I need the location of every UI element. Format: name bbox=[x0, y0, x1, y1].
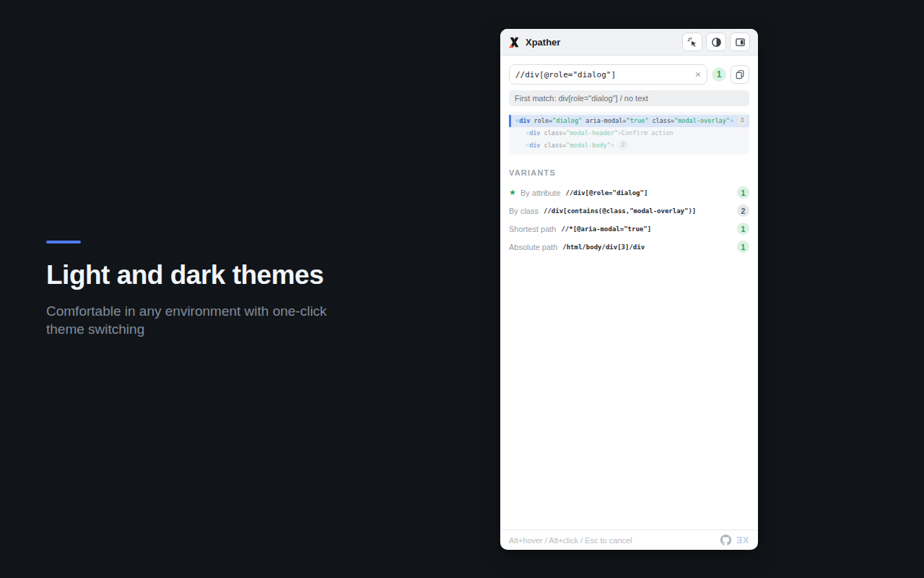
node-count-badge: 2 bbox=[618, 140, 628, 150]
panel-layout-icon bbox=[735, 37, 746, 48]
code-line[interactable]: <div class="modal-body">2 bbox=[509, 139, 749, 152]
xpath-input[interactable] bbox=[515, 70, 692, 79]
variant-row[interactable]: By class//div[contains(@class,"modal-ove… bbox=[509, 202, 749, 220]
empty-space bbox=[509, 256, 749, 521]
footer-hint: Alt+hover / Alt+click / Esc to cancel bbox=[509, 536, 632, 545]
variant-label: By attribute bbox=[520, 189, 561, 197]
xpath-input-wrap: × bbox=[509, 64, 707, 85]
variant-label: Shortest path bbox=[509, 225, 556, 233]
xpather-logo-icon bbox=[508, 36, 520, 48]
variant-xpath: /html/body/div[3]/div bbox=[562, 243, 645, 251]
footer-right: ƎX bbox=[720, 535, 749, 545]
logo-wrap: Xpather bbox=[508, 36, 560, 48]
variant-row[interactable]: Absolute path/html/body/div[3]/div1 bbox=[509, 238, 749, 256]
clear-input-button[interactable]: × bbox=[692, 69, 701, 79]
panel-header: Xpather bbox=[500, 29, 758, 56]
dock-panel-button[interactable] bbox=[730, 33, 750, 51]
node-count-badge: 3 bbox=[737, 116, 747, 126]
code-line[interactable]: <div class="modal-header">Confirm action bbox=[509, 127, 749, 139]
xpather-panel: Xpather bbox=[500, 29, 758, 550]
variant-xpath: //*[@aria-modal="true"] bbox=[561, 225, 651, 233]
variants-list: ★By attribute//div[@role="dialog"]1By cl… bbox=[509, 184, 749, 256]
variant-xpath: //div[contains(@class,"modal-overlay")] bbox=[544, 207, 696, 215]
header-buttons bbox=[682, 33, 750, 51]
page-subtitle: Comfortable in any environment with one-… bbox=[46, 302, 335, 338]
variant-label: By class bbox=[509, 207, 539, 215]
match-count-badge: 1 bbox=[712, 67, 726, 82]
panel-footer: Alt+hover / Alt+click / Esc to cancel ƎX bbox=[500, 530, 758, 550]
variants-title: VARIANTS bbox=[509, 168, 749, 177]
panel-body: × 1 First match: div[role="dialog"] / no… bbox=[500, 56, 758, 530]
variant-count-badge: 1 bbox=[737, 241, 749, 253]
contrast-icon bbox=[711, 37, 722, 48]
star-icon: ★ bbox=[509, 189, 516, 197]
variant-count-badge: 2 bbox=[737, 204, 749, 217]
search-row: × 1 bbox=[509, 64, 749, 85]
variant-label: Absolute path bbox=[509, 243, 557, 251]
xpather-footer-logo[interactable]: ƎX bbox=[736, 535, 749, 545]
hero-section: Light and dark themes Comfortable in any… bbox=[46, 241, 335, 338]
github-icon[interactable] bbox=[720, 535, 731, 545]
copy-icon bbox=[735, 69, 745, 79]
code-preview: <div role="dialog" aria-modal="true" cla… bbox=[509, 112, 749, 155]
variant-xpath: //div[@role="dialog"] bbox=[566, 189, 648, 197]
copy-xpath-button[interactable] bbox=[731, 65, 749, 84]
theme-toggle-button[interactable] bbox=[706, 33, 726, 51]
variant-count-badge: 1 bbox=[737, 186, 749, 199]
variant-row[interactable]: ★By attribute//div[@role="dialog"]1 bbox=[509, 184, 749, 202]
first-match-bar: First match: div[role="dialog"] / no tex… bbox=[509, 90, 749, 106]
variant-row[interactable]: Shortest path//*[@aria-modal="true"]1 bbox=[509, 220, 749, 238]
page-title: Light and dark themes bbox=[46, 260, 335, 290]
cursor-sparkle-icon bbox=[687, 37, 698, 48]
code-line[interactable]: <div role="dialog" aria-modal="true" cla… bbox=[509, 115, 749, 127]
accent-bar bbox=[46, 241, 81, 243]
panel-title: Xpather bbox=[526, 37, 560, 48]
element-picker-button[interactable] bbox=[682, 33, 702, 51]
variant-count-badge: 1 bbox=[737, 223, 749, 235]
